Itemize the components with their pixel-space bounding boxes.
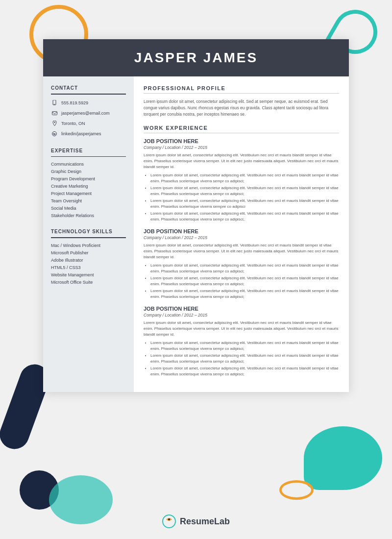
job-2-title: JOB POSITION HERE xyxy=(144,228,339,234)
tech-item: Microsoft Office Suite xyxy=(51,280,126,285)
contact-phone: 555.819.5929 xyxy=(51,99,126,106)
contact-linkedin: linkedin/jasperjames xyxy=(51,130,126,137)
job-1-bullets: Lorem ipsum dolor sit amet, consectetur … xyxy=(144,172,339,222)
brand-name: ResumeLab xyxy=(180,516,230,527)
expertise-item: Creative Marketing xyxy=(51,184,126,189)
decorative-navy-circle-bottom xyxy=(20,470,59,510)
phone-number: 555.819.5929 xyxy=(61,100,88,105)
expertise-section: EXPERTISE Communications Graphic Design … xyxy=(51,148,126,219)
profile-section-title: PROFESSIONAL PROFILE xyxy=(144,85,339,91)
contact-section-title: CONTACT xyxy=(51,85,126,91)
resume-body: CONTACT 555.819.5929 xyxy=(43,76,349,392)
main-content: PROFESSIONAL PROFILE Lorem ipsum dolor s… xyxy=(134,76,349,392)
contact-divider xyxy=(51,94,126,95)
tech-item: Website Management xyxy=(51,272,126,277)
job-3: JOB POSITION HERE Company / Location / 2… xyxy=(144,306,339,377)
location-icon xyxy=(51,120,58,127)
brand-footer: ResumeLab xyxy=(162,514,230,528)
resume-document: JASPER JAMES CONTACT 555.819.5929 xyxy=(43,39,349,392)
work-divider xyxy=(144,133,339,133)
job-1-title: JOB POSITION HERE xyxy=(144,138,339,144)
linkedin-handle: linkedin/jasperjames xyxy=(61,131,101,136)
job-3-bullets: Lorem ipsum dolor sit amet, consectetur … xyxy=(144,340,339,377)
bullet-item: Lorem ipsum dolor sit amet, consectetur … xyxy=(150,340,339,352)
job-2-company: Company / Location / 2012 – 2015 xyxy=(144,235,339,240)
expertise-item: Communications xyxy=(51,162,126,167)
profile-section: PROFESSIONAL PROFILE Lorem ipsum dolor s… xyxy=(144,85,339,117)
job-1-description: Lorem ipsum dolor sit amet, consectetur … xyxy=(144,152,339,170)
expertise-item: Graphic Design xyxy=(51,169,126,174)
tech-item: HTML5 / CSS3 xyxy=(51,265,126,270)
job-1: JOB POSITION HERE Company / Location / 2… xyxy=(144,138,339,222)
resume-sidebar: CONTACT 555.819.5929 xyxy=(43,76,134,392)
expertise-item: Stakeholder Relations xyxy=(51,213,126,218)
bullet-item: Lorem ipsum dolor sit amet, consectetur … xyxy=(150,172,339,184)
expertise-divider xyxy=(51,156,126,157)
linkedin-icon xyxy=(51,130,58,137)
job-3-description: Lorem ipsum dolor sit amet, consectetur … xyxy=(144,320,339,338)
brand-name-regular: Resume xyxy=(180,516,214,526)
technology-divider xyxy=(51,237,126,238)
expertise-item: Project Management xyxy=(51,191,126,196)
expertise-section-title: EXPERTISE xyxy=(51,148,126,153)
resumelab-logo-icon xyxy=(162,514,176,528)
svg-point-6 xyxy=(168,518,170,520)
bullet-item: Lorem ipsum dolor sit amet, consectetur … xyxy=(150,185,339,197)
job-3-title: JOB POSITION HERE xyxy=(144,306,339,312)
bullet-item: Lorem ipsum dolor sit amet, consectetur … xyxy=(150,353,339,365)
svg-rect-2 xyxy=(52,111,57,115)
job-2: JOB POSITION HERE Company / Location / 2… xyxy=(144,228,339,300)
work-experience-section: WORK EXPERIENCE JOB POSITION HERE Compan… xyxy=(144,125,339,377)
bullet-item: Lorem ipsum dolor sit amet, consectetur … xyxy=(150,263,339,274)
brand-name-bold: Lab xyxy=(214,516,230,526)
tech-item: Microsoft Publisher xyxy=(51,250,126,255)
expertise-item: Social Media xyxy=(51,206,126,211)
job-2-description: Lorem ipsum dolor sit amet, consectetur … xyxy=(144,243,339,260)
job-3-company: Company / Location / 2012 – 2015 xyxy=(144,313,339,318)
expertise-item: Program Development xyxy=(51,176,126,181)
location-text: Toronto, ON xyxy=(61,121,85,126)
decorative-teal-blob-right xyxy=(304,426,382,490)
tech-item: Adobe Illustrator xyxy=(51,258,126,263)
email-icon xyxy=(51,110,58,117)
job-2-bullets: Lorem ipsum dolor sit amet, consectetur … xyxy=(144,263,339,300)
bullet-item: Lorem ipsum dolor sit amet, consectetur … xyxy=(150,211,339,222)
bullet-item: Lorem ipsum dolor sit amet, consectetur … xyxy=(150,198,339,210)
bullet-item: Lorem ipsum dolor sit amet, consectetur … xyxy=(150,275,339,287)
contact-email: jasperjames@email.com xyxy=(51,110,126,117)
resume-name: JASPER JAMES xyxy=(53,50,339,66)
expertise-item: Team Oversight xyxy=(51,198,126,203)
contact-location: Toronto, ON xyxy=(51,120,126,127)
svg-point-5 xyxy=(163,515,175,528)
tech-item: Mac / Windows Proficient xyxy=(51,243,126,248)
technology-section-title: TECHNOLOGY SKILLS xyxy=(51,229,126,234)
profile-text: Lorem ipsum dolor sit amet, consectetur … xyxy=(144,98,339,117)
phone-icon xyxy=(51,99,58,106)
job-1-company: Company / Location / 2012 – 2015 xyxy=(144,145,339,150)
technology-section: TECHNOLOGY SKILLS Mac / Windows Proficie… xyxy=(51,229,126,285)
email-address: jasperjames@email.com xyxy=(61,111,110,116)
profile-divider xyxy=(144,93,339,94)
bullet-item: Lorem ipsum dolor sit amet, consectetur … xyxy=(150,366,339,377)
decorative-yellow-oval xyxy=(279,480,314,500)
contact-section: CONTACT 555.819.5929 xyxy=(51,85,126,137)
resume-header: JASPER JAMES xyxy=(43,39,349,76)
svg-point-3 xyxy=(54,122,55,122)
svg-rect-1 xyxy=(54,104,55,104)
decorative-teal-blob-left xyxy=(49,475,113,524)
work-experience-title: WORK EXPERIENCE xyxy=(144,125,339,131)
bullet-item: Lorem ipsum dolor sit amet, consectetur … xyxy=(150,288,339,300)
